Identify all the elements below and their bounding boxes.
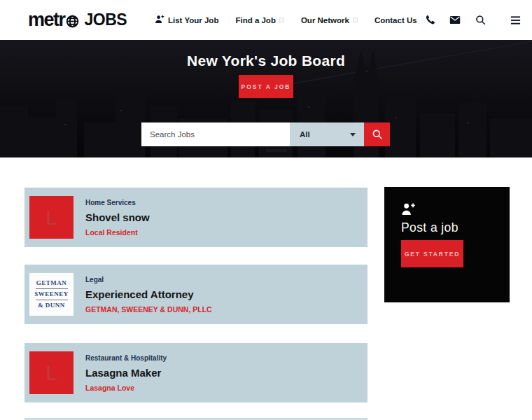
get-started-button[interactable]: GET STARTED <box>401 240 463 267</box>
job-card-experienced-attorney[interactable]: GETMAN SWEENEY & DUNN Legal Experienced … <box>24 265 368 324</box>
person-add-icon <box>401 202 416 218</box>
nav-our-network[interactable]: Our Network <box>301 16 358 24</box>
hero-banner: New York's Job Board POST A JOB All <box>0 40 532 158</box>
nav-list-your-job[interactable]: List Your Job <box>155 15 218 25</box>
nav-label: List Your Job <box>168 16 218 24</box>
nav-label: Contact Us <box>374 16 417 24</box>
widget-title: Post a job <box>401 220 458 235</box>
job-meta: Legal Experienced Attorney GETMAN, SWEEN… <box>85 276 212 314</box>
job-company: GETMAN, SWEENEY & DUNN, PLLC <box>85 305 212 314</box>
post-a-job-widget: Post a job GET STARTED <box>384 187 510 302</box>
brand-text-jobs: JOBS <box>85 10 127 29</box>
job-search-bar: All <box>141 122 390 146</box>
logo-divider <box>36 300 68 300</box>
nav-contact-us[interactable]: Contact Us <box>374 16 417 24</box>
job-category: Restaurant & Hospitality <box>85 354 167 362</box>
job-category: Legal <box>85 276 212 284</box>
hero-title: New York's Job Board <box>0 52 532 69</box>
nav-label: Our Network <box>301 16 349 24</box>
menu-icon[interactable] <box>507 12 524 29</box>
globe-icon <box>66 15 79 28</box>
nav-label: Find a Job <box>235 16 276 24</box>
logo-line: & DUNN <box>33 302 70 309</box>
job-title: Experienced Attorney <box>85 288 212 300</box>
logo-divider <box>36 288 68 289</box>
post-a-job-button[interactable]: POST A JOB <box>239 75 293 98</box>
dropdown-indicator-icon <box>279 18 284 22</box>
header-icon-group <box>421 0 524 40</box>
job-category: Home Services <box>85 199 150 206</box>
top-navbar: metr JOBS List Your Job Find a Job Our N… <box>0 0 532 40</box>
person-add-icon <box>155 15 164 25</box>
logo-letter: L <box>46 361 57 385</box>
job-meta: Restaurant & Hospitality Lasagna Maker L… <box>85 354 167 392</box>
dropdown-indicator-icon <box>353 18 358 22</box>
job-card-shovel-snow[interactable]: L Home Services Shovel snow Local Reside… <box>24 188 368 247</box>
email-icon[interactable] <box>447 12 463 29</box>
company-logo: L <box>29 351 74 394</box>
phone-icon[interactable] <box>421 12 438 29</box>
logo-line: GETMAN <box>33 279 70 287</box>
company-logo: GETMAN SWEENEY & DUNN <box>29 273 74 316</box>
search-icon <box>372 129 383 140</box>
job-company: Lasagna Love <box>85 384 167 392</box>
brand-text-metro: metr <box>28 9 65 31</box>
category-selected-value: All <box>300 130 310 139</box>
job-company: Local Resident <box>85 228 150 237</box>
job-title: Shovel snow <box>85 211 150 223</box>
brand-logo[interactable]: metr JOBS <box>28 0 127 40</box>
search-jobs-input[interactable] <box>141 122 290 146</box>
nav-find-a-job[interactable]: Find a Job <box>235 16 284 24</box>
logo-line: SWEENEY <box>33 290 70 298</box>
job-meta: Home Services Shovel snow Local Resident <box>85 199 150 237</box>
job-title: Lasagna Maker <box>85 367 167 379</box>
page: metr JOBS List Your Job Find a Job Our N… <box>0 0 532 420</box>
search-submit-button[interactable] <box>364 122 390 146</box>
category-select[interactable]: All <box>290 122 364 146</box>
logo-letter: L <box>46 206 57 230</box>
company-logo: L <box>29 196 74 239</box>
chevron-down-icon <box>350 133 356 136</box>
main-nav: List Your Job Find a Job Our Network Con… <box>155 0 417 40</box>
search-icon[interactable] <box>472 12 489 29</box>
job-card-lasagna-maker[interactable]: L Restaurant & Hospitality Lasagna Maker… <box>24 343 368 402</box>
